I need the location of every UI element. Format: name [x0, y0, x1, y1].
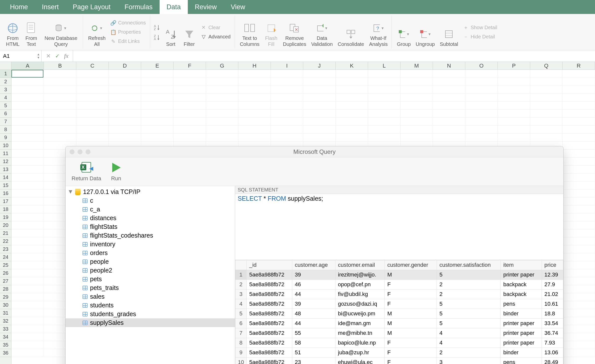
column-header-P[interactable]: P — [498, 62, 530, 70]
sort-asc-button[interactable]: AZ — [153, 23, 161, 31]
column-header-O[interactable]: O — [465, 62, 498, 70]
row-header-34[interactable]: 34 — [0, 333, 11, 341]
row-header-8[interactable]: 8 — [0, 126, 11, 134]
properties-button[interactable]: 📋Properties — [108, 28, 148, 36]
column-header-H[interactable]: H — [238, 62, 271, 70]
column-header-Q[interactable]: Q — [530, 62, 563, 70]
row-header-30[interactable]: 30 — [0, 301, 11, 309]
remove-duplicates-button[interactable]: ✕ Remove Duplicates — [281, 16, 308, 48]
row-header-24[interactable]: 24 — [0, 253, 11, 261]
table-node-students_grades[interactable]: students_grades — [66, 310, 235, 318]
row-header-4[interactable]: 4 — [0, 94, 11, 102]
name-box-spinner[interactable]: ▲▼ — [37, 53, 40, 59]
row-header-19[interactable]: 19 — [0, 213, 11, 221]
row-header-15[interactable]: 15 — [0, 182, 11, 189]
column-header-J[interactable]: J — [303, 62, 336, 70]
what-if-analysis-button[interactable]: ?▼ What-If Analysis — [367, 16, 390, 48]
result-row[interactable]: 25ae8a988fb7246opop@cef.pnF2backpack27.9 — [235, 280, 563, 289]
table-node-flightStats[interactable]: flightStats — [66, 222, 235, 231]
table-node-pets[interactable]: pets — [66, 275, 235, 283]
result-header-customer-email[interactable]: customer.email — [335, 260, 385, 270]
clear-filter-button[interactable]: ✕Clear — [199, 24, 233, 31]
column-header-E[interactable]: E — [141, 62, 174, 70]
row-header-27[interactable]: 27 — [0, 277, 11, 285]
tab-view[interactable]: View — [224, 0, 252, 14]
table-node-flightStats_codeshares[interactable]: flightStats_codeshares — [66, 231, 235, 240]
row-header-5[interactable]: 5 — [0, 102, 11, 110]
row-header-17[interactable]: 17 — [0, 197, 11, 205]
database-tree[interactable]: ▶ 127.0.0.1 via TCP/IP cc_adistancesflig… — [66, 186, 235, 364]
from-html-button[interactable]: From HTML — [4, 16, 21, 48]
row-header-9[interactable]: 9 — [0, 134, 11, 142]
table-node-c_a[interactable]: c_a — [66, 205, 235, 214]
row-header-18[interactable]: 18 — [0, 205, 11, 213]
group-button[interactable]: ▼ Group — [395, 16, 413, 48]
row-header-29[interactable]: 29 — [0, 293, 11, 301]
return-data-button[interactable]: X Return Data — [70, 160, 103, 183]
select-all-corner[interactable] — [0, 62, 11, 70]
hide-detail-button[interactable]: －Hide Detail — [461, 33, 499, 41]
table-node-distances[interactable]: distances — [66, 214, 235, 222]
flash-fill-button[interactable]: Flash Fill — [263, 16, 280, 48]
row-header-2[interactable]: 2 — [0, 78, 11, 86]
subtotal-button[interactable]: Subtotal — [438, 16, 460, 48]
consolidate-button[interactable]: Consolidate — [336, 16, 366, 48]
data-validation-button[interactable]: ✓▼ Data Validation — [309, 16, 335, 48]
text-to-columns-button[interactable]: Text to Columns — [238, 16, 262, 48]
row-header-7[interactable]: 7 — [0, 118, 11, 126]
connection-node[interactable]: ▶ 127.0.0.1 via TCP/IP — [66, 187, 235, 196]
fx-label[interactable]: fx — [64, 53, 68, 59]
column-header-C[interactable]: C — [76, 62, 109, 70]
row-header-25[interactable]: 25 — [0, 261, 11, 269]
formula-input[interactable] — [73, 50, 595, 62]
result-header-item[interactable]: item — [501, 260, 542, 270]
name-box[interactable]: A1 ▲▼ — [0, 50, 42, 62]
result-row[interactable]: 35ae8a988fb7244fiv@ubdil.kgF2backpack21.… — [235, 289, 563, 299]
tab-data[interactable]: Data — [160, 0, 188, 14]
row-header-13[interactable]: 13 — [0, 166, 11, 174]
result-header-_id[interactable]: _id — [247, 260, 292, 270]
from-text-button[interactable]: From Text — [22, 16, 40, 48]
result-row[interactable]: 75ae8a988fb7255me@mibhe.tnM4printer pape… — [235, 328, 563, 338]
table-node-people2[interactable]: people2 — [66, 266, 235, 275]
result-header-customer-gender[interactable]: customer.gender — [385, 260, 437, 270]
column-header-K[interactable]: K — [336, 62, 368, 70]
tab-formulas[interactable]: Formulas — [117, 0, 160, 14]
row-header-32[interactable]: 32 — [0, 317, 11, 325]
column-header-R[interactable]: R — [563, 62, 595, 70]
sort-desc-button[interactable]: ZA — [153, 33, 161, 41]
table-node-supplySales[interactable]: supplySales — [66, 318, 235, 327]
connections-button[interactable]: 🔗Connections — [108, 19, 148, 27]
row-header-1[interactable]: 1 — [0, 70, 11, 78]
window-traffic-lights[interactable] — [70, 149, 91, 154]
filter-button[interactable]: Filter — [181, 16, 198, 48]
edit-links-button[interactable]: ✎Edit Links — [108, 37, 148, 45]
table-node-orders[interactable]: orders — [66, 249, 235, 257]
table-node-pets_traits[interactable]: pets_traits — [66, 283, 235, 292]
ungroup-button[interactable]: ▼ Ungroup — [414, 16, 437, 48]
result-row[interactable]: 15ae8a988fb7239irezitmej@wijjo.M5printer… — [235, 270, 563, 280]
result-header-customer-age[interactable]: customer.age — [292, 260, 335, 270]
query-results-grid[interactable]: _idcustomer.agecustomer.emailcustomer.ge… — [235, 260, 563, 364]
table-node-c[interactable]: c — [66, 196, 235, 205]
advanced-filter-button[interactable]: ▽Advanced — [199, 33, 233, 41]
row-header-12[interactable]: 12 — [0, 158, 11, 166]
confirm-entry-icon[interactable]: ✓ — [55, 53, 60, 59]
row-header-35[interactable]: 35 — [0, 341, 11, 349]
column-header-L[interactable]: L — [368, 62, 400, 70]
table-node-students[interactable]: students — [66, 301, 235, 310]
result-row[interactable]: 105ae8a988fb7223ehuwi@ula.ecF3pens28.49 — [235, 358, 563, 364]
sql-editor[interactable]: SELECT * FROM supplySales; — [235, 194, 563, 260]
result-row[interactable]: 85ae8a988fb7258bapico@lule.npF4printer p… — [235, 338, 563, 348]
column-header-N[interactable]: N — [433, 62, 465, 70]
row-header-23[interactable]: 23 — [0, 245, 11, 253]
column-header-F[interactable]: F — [174, 62, 206, 70]
table-node-sales[interactable]: sales — [66, 292, 235, 301]
result-row[interactable]: 45ae8a988fb7239gozuso@dazi.iqF5pens10.61 — [235, 299, 563, 309]
new-database-query-button[interactable]: ▼ New Database Query — [41, 16, 81, 48]
tab-home[interactable]: Home — [3, 0, 35, 14]
result-row[interactable]: 55ae8a988fb7248bi@ucweijo.pmM5binder18.8 — [235, 309, 563, 319]
column-header-I[interactable]: I — [271, 62, 303, 70]
row-header-16[interactable]: 16 — [0, 189, 11, 197]
result-row[interactable]: 95ae8a988fb7251juba@zup.hrF2binder13.06 — [235, 348, 563, 358]
